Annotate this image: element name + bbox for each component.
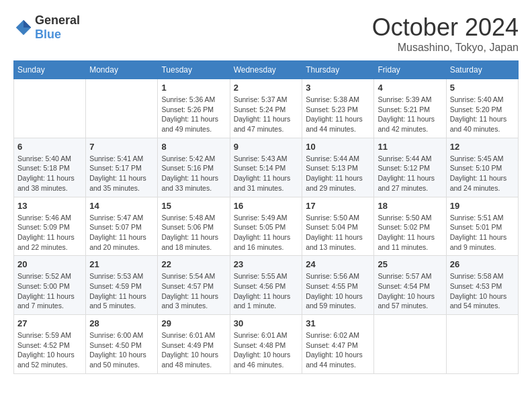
location-title: Musashino, Tokyo, Japan (372, 42, 519, 54)
day-info: Sunrise: 5:51 AM Sunset: 5:01 PM Dayligh… (450, 213, 515, 253)
day-info: Sunrise: 6:00 AM Sunset: 4:50 PM Dayligh… (89, 330, 154, 370)
day-number: 10 (306, 142, 370, 152)
calendar-cell: 26Sunrise: 5:58 AM Sunset: 4:53 PM Dayli… (446, 256, 518, 315)
day-number: 18 (378, 201, 442, 211)
calendar-cell (14, 79, 86, 138)
day-number: 1 (161, 83, 226, 93)
day-number: 3 (306, 83, 370, 93)
calendar-cell: 29Sunrise: 6:01 AM Sunset: 4:49 PM Dayli… (158, 315, 230, 374)
day-info: Sunrise: 5:52 AM Sunset: 5:00 PM Dayligh… (17, 271, 82, 311)
day-number: 14 (89, 201, 154, 211)
day-info: Sunrise: 5:53 AM Sunset: 4:59 PM Dayligh… (89, 271, 154, 311)
day-info: Sunrise: 6:02 AM Sunset: 4:47 PM Dayligh… (306, 330, 370, 370)
day-number: 12 (450, 142, 515, 152)
day-number: 21 (89, 259, 154, 269)
calendar-cell: 8Sunrise: 5:42 AM Sunset: 5:16 PM Daylig… (158, 138, 230, 197)
day-number: 13 (17, 201, 82, 211)
calendar-cell (86, 79, 158, 138)
calendar-cell: 13Sunrise: 5:46 AM Sunset: 5:09 PM Dayli… (14, 197, 86, 256)
day-number: 8 (161, 142, 226, 152)
day-number: 6 (17, 142, 82, 152)
day-number: 5 (450, 83, 515, 93)
day-number: 11 (378, 142, 442, 152)
day-number: 17 (306, 201, 370, 211)
calendar-table: SundayMondayTuesdayWednesdayThursdayFrid… (13, 60, 519, 374)
calendar-cell: 6Sunrise: 5:40 AM Sunset: 5:18 PM Daylig… (14, 138, 86, 197)
month-title: October 2024 (372, 13, 519, 42)
calendar-cell: 14Sunrise: 5:47 AM Sunset: 5:07 PM Dayli… (86, 197, 158, 256)
day-number: 25 (378, 259, 442, 269)
day-info: Sunrise: 5:56 AM Sunset: 4:55 PM Dayligh… (306, 271, 370, 311)
weekday-header-monday: Monday (86, 61, 158, 79)
day-info: Sunrise: 5:40 AM Sunset: 5:18 PM Dayligh… (17, 154, 82, 193)
day-info: Sunrise: 5:48 AM Sunset: 5:06 PM Dayligh… (161, 213, 226, 253)
day-number: 19 (450, 201, 515, 211)
day-info: Sunrise: 5:47 AM Sunset: 5:07 PM Dayligh… (89, 213, 154, 253)
calendar-week-row: 20Sunrise: 5:52 AM Sunset: 5:00 PM Dayli… (14, 256, 519, 315)
day-number: 30 (234, 318, 299, 328)
day-info: Sunrise: 5:44 AM Sunset: 5:12 PM Dayligh… (378, 154, 442, 193)
day-info: Sunrise: 5:50 AM Sunset: 5:02 PM Dayligh… (378, 213, 442, 253)
day-info: Sunrise: 5:40 AM Sunset: 5:20 PM Dayligh… (450, 95, 515, 134)
day-info: Sunrise: 5:46 AM Sunset: 5:09 PM Dayligh… (17, 213, 82, 253)
calendar-cell: 10Sunrise: 5:44 AM Sunset: 5:13 PM Dayli… (302, 138, 374, 197)
title-block: October 2024 Musashino, Tokyo, Japan (372, 13, 519, 54)
day-number: 31 (306, 318, 370, 328)
day-info: Sunrise: 5:55 AM Sunset: 4:56 PM Dayligh… (234, 271, 299, 311)
calendar-cell: 23Sunrise: 5:55 AM Sunset: 4:56 PM Dayli… (230, 256, 302, 315)
calendar-cell: 22Sunrise: 5:54 AM Sunset: 4:57 PM Dayli… (158, 256, 230, 315)
day-info: Sunrise: 6:01 AM Sunset: 4:49 PM Dayligh… (161, 330, 226, 370)
calendar-cell: 17Sunrise: 5:50 AM Sunset: 5:04 PM Dayli… (302, 197, 374, 256)
calendar-cell: 28Sunrise: 6:00 AM Sunset: 4:50 PM Dayli… (86, 315, 158, 374)
day-info: Sunrise: 5:41 AM Sunset: 5:17 PM Dayligh… (89, 154, 154, 193)
day-info: Sunrise: 5:58 AM Sunset: 4:53 PM Dayligh… (450, 271, 515, 311)
calendar-week-row: 1Sunrise: 5:36 AM Sunset: 5:26 PM Daylig… (14, 79, 519, 138)
calendar-cell: 4Sunrise: 5:39 AM Sunset: 5:21 PM Daylig… (374, 79, 446, 138)
day-info: Sunrise: 5:44 AM Sunset: 5:13 PM Dayligh… (306, 154, 370, 193)
calendar-cell: 31Sunrise: 6:02 AM Sunset: 4:47 PM Dayli… (302, 315, 374, 374)
calendar-cell: 3Sunrise: 5:38 AM Sunset: 5:23 PM Daylig… (302, 79, 374, 138)
calendar-cell: 1Sunrise: 5:36 AM Sunset: 5:26 PM Daylig… (158, 79, 230, 138)
day-info: Sunrise: 5:57 AM Sunset: 4:54 PM Dayligh… (378, 271, 442, 311)
day-info: Sunrise: 5:42 AM Sunset: 5:16 PM Dayligh… (161, 154, 226, 193)
day-number: 27 (17, 318, 82, 328)
day-number: 2 (234, 83, 299, 93)
logo-blue-text: Blue (35, 28, 61, 41)
day-number: 28 (89, 318, 154, 328)
logo-icon (13, 17, 34, 38)
calendar-week-row: 6Sunrise: 5:40 AM Sunset: 5:18 PM Daylig… (14, 138, 519, 197)
calendar-cell: 7Sunrise: 5:41 AM Sunset: 5:17 PM Daylig… (86, 138, 158, 197)
day-number: 16 (234, 201, 299, 211)
day-number: 24 (306, 259, 370, 269)
weekday-header-tuesday: Tuesday (158, 61, 230, 79)
weekday-header-saturday: Saturday (446, 61, 518, 79)
calendar-cell: 19Sunrise: 5:51 AM Sunset: 5:01 PM Dayli… (446, 197, 518, 256)
day-number: 29 (161, 318, 226, 328)
page-header: General Blue October 2024 Musashino, Tok… (13, 13, 519, 54)
calendar-cell: 16Sunrise: 5:49 AM Sunset: 5:05 PM Dayli… (230, 197, 302, 256)
calendar-cell: 24Sunrise: 5:56 AM Sunset: 4:55 PM Dayli… (302, 256, 374, 315)
calendar-cell: 15Sunrise: 5:48 AM Sunset: 5:06 PM Dayli… (158, 197, 230, 256)
day-number: 9 (234, 142, 299, 152)
day-number: 15 (161, 201, 226, 211)
calendar-cell: 25Sunrise: 5:57 AM Sunset: 4:54 PM Dayli… (374, 256, 446, 315)
day-number: 7 (89, 142, 154, 152)
day-info: Sunrise: 5:49 AM Sunset: 5:05 PM Dayligh… (234, 213, 299, 253)
weekday-header-wednesday: Wednesday (230, 61, 302, 79)
day-info: Sunrise: 5:54 AM Sunset: 4:57 PM Dayligh… (161, 271, 226, 311)
day-info: Sunrise: 5:50 AM Sunset: 5:04 PM Dayligh… (306, 213, 370, 253)
calendar-cell: 11Sunrise: 5:44 AM Sunset: 5:12 PM Dayli… (374, 138, 446, 197)
day-number: 20 (17, 259, 82, 269)
calendar-cell: 5Sunrise: 5:40 AM Sunset: 5:20 PM Daylig… (446, 79, 518, 138)
calendar-week-row: 27Sunrise: 5:59 AM Sunset: 4:52 PM Dayli… (14, 315, 519, 374)
calendar-cell: 21Sunrise: 5:53 AM Sunset: 4:59 PM Dayli… (86, 256, 158, 315)
calendar-cell (446, 315, 518, 374)
calendar-cell: 27Sunrise: 5:59 AM Sunset: 4:52 PM Dayli… (14, 315, 86, 374)
day-info: Sunrise: 5:43 AM Sunset: 5:14 PM Dayligh… (234, 154, 299, 193)
logo-general-text: General (35, 13, 80, 27)
day-number: 26 (450, 259, 515, 269)
weekday-header-sunday: Sunday (14, 61, 86, 79)
day-info: Sunrise: 5:38 AM Sunset: 5:23 PM Dayligh… (306, 95, 370, 134)
weekday-header-thursday: Thursday (302, 61, 374, 79)
day-info: Sunrise: 6:01 AM Sunset: 4:48 PM Dayligh… (234, 330, 299, 370)
